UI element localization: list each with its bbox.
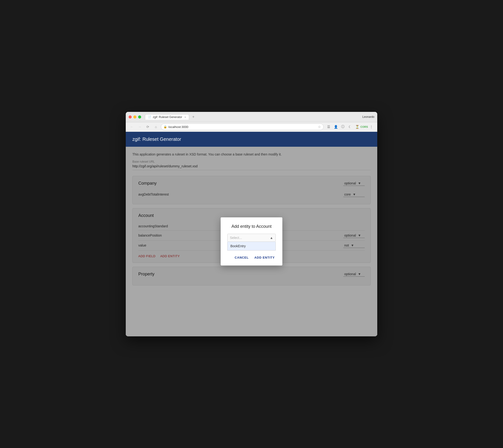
- tab-title: zgif: Ruleset Generator: [153, 115, 182, 119]
- dialog-overlay: Add entity to Account Select... ▲ BookEn…: [126, 147, 377, 336]
- add-entity-dialog: Add entity to Account Select... ▲ BookEn…: [221, 217, 282, 266]
- forward-button[interactable]: →: [137, 124, 143, 130]
- app-header: zgif: Ruleset Generator: [126, 132, 377, 147]
- cors-icon[interactable]: CORS: [361, 124, 367, 130]
- close-button[interactable]: [129, 115, 132, 118]
- dialog-dropdown: BookEntry: [227, 242, 276, 251]
- page-content: This application generates a ruleset in …: [126, 147, 377, 336]
- new-tab-button[interactable]: +: [190, 114, 196, 120]
- reload-button[interactable]: ⟳: [145, 124, 151, 130]
- address-bar[interactable]: 🔒 localhost:3000 ☆: [161, 124, 324, 130]
- nav-actions: ☰ 👤 ⓘ ☾ ⏳ CORS ⋮: [326, 124, 374, 130]
- browser-window: 📄 zgif: Ruleset Generator × + Leonardo ←…: [126, 112, 377, 336]
- bookmark-icon[interactable]: ☆: [318, 125, 321, 129]
- dialog-actions: CANCEL ADD ENTITY: [227, 254, 276, 261]
- extensions-icon[interactable]: ☰: [326, 124, 332, 130]
- dialog-select-placeholder: Select...: [230, 236, 242, 240]
- user-label: Leonardo: [362, 115, 374, 118]
- back-button[interactable]: ←: [129, 124, 135, 130]
- cancel-button[interactable]: CANCEL: [234, 254, 250, 261]
- dialog-select-trigger[interactable]: Select... ▲: [227, 234, 276, 242]
- maximize-button[interactable]: [138, 115, 141, 118]
- address-text: localhost:3000: [168, 125, 317, 129]
- app-title: zgif: Ruleset Generator: [132, 137, 371, 142]
- moon-icon[interactable]: ☾: [347, 124, 353, 130]
- traffic-lights: [129, 115, 141, 118]
- book-entry-option[interactable]: BookEntry: [228, 242, 275, 250]
- title-bar: 📄 zgif: Ruleset Generator × + Leonardo: [126, 112, 377, 122]
- add-entity-dialog-button[interactable]: ADD ENTITY: [253, 254, 276, 261]
- nav-bar: ← → ⟳ ⌂ 🔒 localhost:3000 ☆ ☰ 👤 ⓘ ☾ ⏳ COR…: [126, 122, 377, 132]
- tab-close-icon[interactable]: ×: [184, 116, 186, 118]
- clock-icon[interactable]: ⏳: [354, 124, 360, 130]
- tab-page-icon: 📄: [148, 115, 151, 118]
- profile-icon[interactable]: 👤: [333, 124, 339, 130]
- security-icon: 🔒: [164, 125, 167, 128]
- dialog-select-container: Select... ▲ BookEntry: [227, 234, 276, 251]
- menu-icon[interactable]: ⋮: [368, 124, 374, 130]
- info-icon[interactable]: ⓘ: [340, 124, 346, 130]
- dialog-select-up-arrow: ▲: [270, 236, 273, 240]
- home-button[interactable]: ⌂: [153, 124, 159, 130]
- tab-bar: 📄 zgif: Ruleset Generator × +: [145, 114, 362, 120]
- dialog-title: Add entity to Account: [227, 224, 276, 229]
- active-tab[interactable]: 📄 zgif: Ruleset Generator ×: [145, 114, 189, 120]
- minimize-button[interactable]: [133, 115, 136, 118]
